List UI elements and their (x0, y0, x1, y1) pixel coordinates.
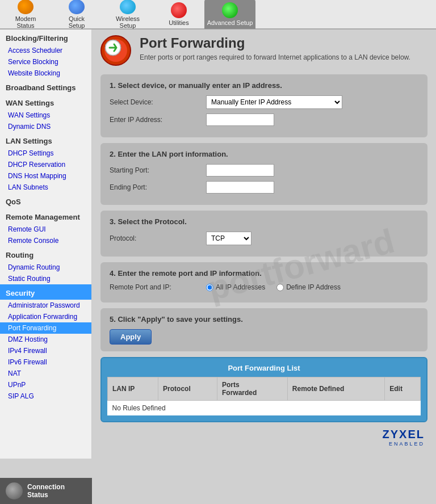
ip-address-label: Enter IP Address: (110, 116, 206, 124)
ip-address-row: Enter IP Address: (110, 114, 418, 126)
zyxel-brand: ZYXEL (100, 428, 425, 441)
sidebar-item-sip-alg[interactable]: SIP ALG (0, 390, 91, 402)
section-1: 1. Select device, or manually enter an I… (100, 74, 427, 137)
section-4: 4. Enter the remote port and IP informat… (100, 262, 427, 303)
page-description: Enter ports or port ranges required to f… (140, 53, 410, 61)
radio-all-ip-label: All IP Addresses (216, 283, 265, 291)
remote-port-label: Remote Port and IP: (110, 283, 206, 291)
col-edit: Edit (385, 377, 421, 401)
sidebar-item-static-routing[interactable]: Static Routing (0, 273, 91, 284)
sidebar-item-dhcp-settings[interactable]: DHCP Settings (0, 148, 91, 159)
section-5-title: 5. Click "Apply" to save your settings. (110, 315, 418, 324)
sidebar-section-lan: LAN Settings (0, 132, 91, 148)
device-select[interactable]: Manually Enter IP Address (206, 95, 342, 109)
sidebar-section-qos: QoS (0, 193, 91, 208)
col-protocol: Protocol (158, 377, 217, 401)
pf-table: LAN IP Protocol PortsForwarded Remote De… (107, 377, 421, 415)
sidebar-item-upnp[interactable]: UPnP (0, 379, 91, 390)
remote-radio-group: All IP Addresses Define IP Address (206, 283, 341, 291)
sidebar-section-remote: Remote Management (0, 208, 91, 224)
pf-empty-row: No Rules Defined (108, 401, 421, 416)
protocol-label: Protocol: (110, 234, 206, 242)
radio-define-ip-label: Define IP Address (286, 283, 341, 291)
quick-setup-icon (69, 0, 85, 14)
sidebar-section-security: Security (0, 284, 91, 300)
sidebar-section-blocking: Blocking/Filtering (0, 30, 91, 45)
ip-address-input[interactable] (206, 114, 274, 126)
pf-list-title: Port Forwarding List (107, 364, 421, 372)
sidebar-section-wan: WAN Settings (0, 94, 91, 110)
sidebar-item-wan-settings[interactable]: WAN Settings (0, 110, 91, 121)
col-ports-forwarded: PortsForwarded (217, 377, 287, 401)
sidebar-item-admin-password[interactable]: Administrator Password (0, 300, 91, 311)
nav-utilities-label: Utilities (169, 19, 188, 26)
modem-status-icon (18, 0, 33, 14)
section-5: 5. Click "Apply" to save your settings. … (100, 308, 427, 351)
connection-status-icon (6, 482, 23, 499)
wireless-setup-icon (120, 0, 136, 14)
content-area: portforward Port Forwarding Enter ports … (92, 30, 436, 504)
radio-define-ip[interactable]: Define IP Address (276, 283, 341, 291)
section-4-title: 4. Enter the remote port and IP informat… (110, 269, 418, 278)
sidebar-item-remote-gui[interactable]: Remote GUI (0, 224, 91, 235)
nav-advanced-setup[interactable]: Advanced Setup (204, 0, 255, 29)
device-row: Select Device: Manually Enter IP Address (110, 95, 418, 109)
radio-define-ip-input[interactable] (276, 284, 284, 291)
section-3: 3. Select the Protocol. Protocol: TCP UD… (100, 211, 427, 257)
nav-modem-status[interactable]: ModemStatus (0, 0, 51, 29)
protocol-select[interactable]: TCP UDP Both (206, 232, 251, 245)
sidebar-item-dynamic-routing[interactable]: Dynamic Routing (0, 262, 91, 273)
nav-quick-setup[interactable]: QuickSetup (51, 0, 102, 29)
pf-table-header: LAN IP Protocol PortsForwarded Remote De… (108, 377, 421, 401)
sidebar-item-dhcp-reservation[interactable]: DHCP Reservation (0, 159, 91, 170)
main-layout: Blocking/Filtering Access Scheduler Serv… (0, 30, 436, 504)
col-lan-ip: LAN IP (108, 377, 158, 401)
sidebar-item-dynamic-dns[interactable]: Dynamic DNS (0, 121, 91, 132)
apply-button[interactable]: Apply (110, 329, 152, 345)
sidebar-item-port-forwarding[interactable]: Port Forwarding (0, 322, 91, 334)
sidebar-section-routing: Routing (0, 246, 91, 262)
sidebar-item-dmz-hosting[interactable]: DMZ Hosting (0, 334, 91, 345)
sidebar: Blocking/Filtering Access Scheduler Serv… (0, 30, 92, 504)
sidebar-item-service-blocking[interactable]: Service Blocking (0, 56, 91, 68)
nav-quick-label: QuickSetup (69, 15, 85, 29)
sidebar-item-app-forwarding[interactable]: Application Forwarding (0, 311, 91, 322)
ending-port-label: Ending Port: (110, 183, 206, 191)
nav-advanced-label: Advanced Setup (207, 19, 253, 26)
sidebar-item-lan-subnets[interactable]: LAN Subnets (0, 182, 91, 193)
nav-utilities[interactable]: Utilities (153, 0, 204, 29)
ending-port-input[interactable] (206, 181, 274, 194)
sidebar-item-dns-host-mapping[interactable]: DNS Host Mapping (0, 170, 91, 182)
top-navigation: ModemStatus QuickSetup WirelessSetup Uti… (0, 0, 436, 30)
protocol-row: Protocol: TCP UDP Both (110, 232, 418, 245)
starting-port-label: Starting Port: (110, 166, 206, 174)
page-title-area: Port Forwarding Enter ports or port rang… (140, 35, 410, 61)
sidebar-item-website-blocking[interactable]: Website Blocking (0, 68, 91, 79)
radio-all-ip-input[interactable] (206, 284, 213, 291)
section-2-title: 2. Enter the LAN port information. (110, 150, 418, 158)
advanced-setup-icon (222, 2, 238, 18)
port-forwarding-icon (100, 35, 132, 66)
sidebar-item-ipv4-firewall[interactable]: IPv4 Firewall (0, 345, 91, 356)
sidebar-content: Blocking/Filtering Access Scheduler Serv… (0, 30, 92, 459)
sidebar-item-access-scheduler[interactable]: Access Scheduler (0, 45, 91, 56)
radio-all-ip[interactable]: All IP Addresses (206, 283, 265, 291)
nav-modem-label: ModemStatus (15, 15, 36, 29)
starting-port-row: Starting Port: (110, 164, 418, 177)
sidebar-item-remote-console[interactable]: Remote Console (0, 235, 91, 246)
device-label: Select Device: (110, 98, 206, 106)
starting-port-input[interactable] (206, 164, 274, 177)
col-remote-defined: Remote Defined (287, 377, 384, 401)
sidebar-item-nat[interactable]: NAT (0, 368, 91, 379)
port-forwarding-list: Port Forwarding List LAN IP Protocol Por… (100, 357, 427, 422)
section-1-title: 1. Select device, or manually enter an I… (110, 81, 418, 90)
ending-port-row: Ending Port: (110, 181, 418, 194)
nav-wireless-setup[interactable]: WirelessSetup (102, 0, 153, 29)
utilities-icon (171, 2, 187, 18)
sidebar-section-broadband: Broadband Settings (0, 79, 91, 94)
page-title: Port Forwarding (140, 35, 410, 51)
pf-empty-message: No Rules Defined (108, 401, 421, 416)
connection-status[interactable]: ConnectionStatus (0, 478, 92, 504)
zyxel-tagline: ENABLED (100, 441, 425, 447)
sidebar-item-ipv6-firewall[interactable]: IPv6 Firewall (0, 356, 91, 368)
